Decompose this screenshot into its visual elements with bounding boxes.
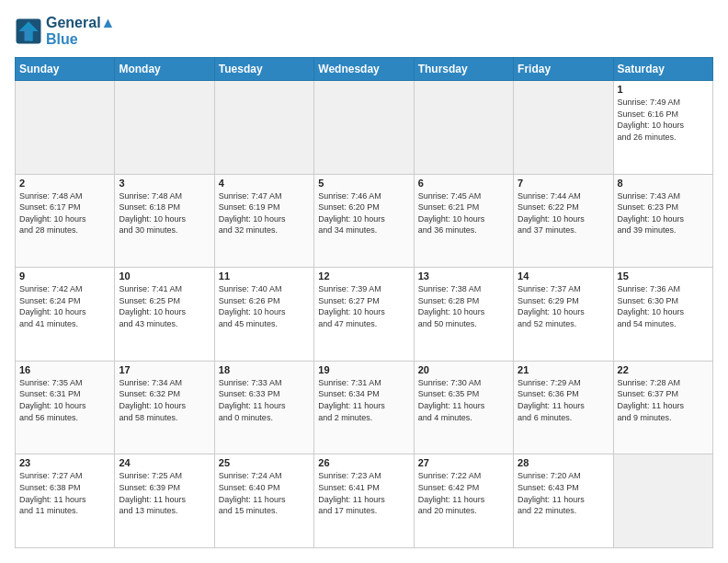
- day-number: 19: [318, 364, 409, 375]
- calendar-day-cell: 17Sunrise: 7:34 AM Sunset: 6:32 PM Dayli…: [115, 361, 214, 454]
- day-info: Sunrise: 7:38 AM Sunset: 6:28 PM Dayligh…: [418, 283, 509, 329]
- calendar-day-cell: 7Sunrise: 7:44 AM Sunset: 6:22 PM Daylig…: [514, 174, 613, 268]
- day-number: 28: [518, 457, 609, 468]
- calendar-day-cell: 16Sunrise: 7:35 AM Sunset: 6:31 PM Dayli…: [16, 361, 115, 454]
- day-number: 2: [19, 178, 110, 189]
- calendar-day-cell: [613, 454, 712, 548]
- calendar-day-cell: 5Sunrise: 7:46 AM Sunset: 6:20 PM Daylig…: [314, 174, 414, 268]
- weekday-header-cell: Saturday: [613, 58, 712, 81]
- calendar-day-cell: 11Sunrise: 7:40 AM Sunset: 6:26 PM Dayli…: [214, 268, 313, 362]
- day-number: 10: [119, 270, 210, 282]
- calendar-day-cell: 13Sunrise: 7:38 AM Sunset: 6:28 PM Dayli…: [414, 268, 513, 362]
- calendar-week-row: 16Sunrise: 7:35 AM Sunset: 6:31 PM Dayli…: [16, 361, 713, 454]
- weekday-header-row: SundayMondayTuesdayWednesdayThursdayFrid…: [16, 58, 713, 81]
- day-number: 27: [418, 457, 509, 468]
- calendar-day-cell: 2Sunrise: 7:48 AM Sunset: 6:17 PM Daylig…: [16, 174, 115, 268]
- header: General▲ Blue: [15, 15, 713, 48]
- calendar-day-cell: 8Sunrise: 7:43 AM Sunset: 6:23 PM Daylig…: [613, 174, 712, 268]
- day-number: 9: [19, 270, 110, 282]
- day-info: Sunrise: 7:25 AM Sunset: 6:39 PM Dayligh…: [119, 470, 210, 516]
- calendar-day-cell: 10Sunrise: 7:41 AM Sunset: 6:25 PM Dayli…: [115, 268, 214, 362]
- calendar-day-cell: [16, 81, 115, 175]
- day-info: Sunrise: 7:27 AM Sunset: 6:38 PM Dayligh…: [19, 470, 110, 516]
- day-number: 25: [219, 457, 310, 468]
- calendar-day-cell: 23Sunrise: 7:27 AM Sunset: 6:38 PM Dayli…: [16, 454, 115, 548]
- day-number: 13: [418, 270, 509, 282]
- day-number: 14: [518, 270, 609, 282]
- day-info: Sunrise: 7:31 AM Sunset: 6:34 PM Dayligh…: [318, 377, 409, 423]
- calendar-day-cell: 12Sunrise: 7:39 AM Sunset: 6:27 PM Dayli…: [314, 268, 414, 362]
- calendar-week-row: 9Sunrise: 7:42 AM Sunset: 6:24 PM Daylig…: [16, 268, 713, 362]
- calendar-day-cell: 18Sunrise: 7:33 AM Sunset: 6:33 PM Dayli…: [214, 361, 313, 454]
- day-number: 12: [318, 270, 409, 282]
- logo-icon: [15, 17, 42, 45]
- day-info: Sunrise: 7:24 AM Sunset: 6:40 PM Dayligh…: [219, 470, 310, 516]
- day-number: 7: [518, 178, 609, 189]
- day-info: Sunrise: 7:29 AM Sunset: 6:36 PM Dayligh…: [518, 377, 609, 423]
- calendar-day-cell: 28Sunrise: 7:20 AM Sunset: 6:43 PM Dayli…: [514, 454, 613, 548]
- day-number: 22: [618, 364, 709, 375]
- day-number: 16: [19, 364, 110, 375]
- calendar-day-cell: 4Sunrise: 7:47 AM Sunset: 6:19 PM Daylig…: [214, 174, 313, 268]
- calendar-day-cell: 24Sunrise: 7:25 AM Sunset: 6:39 PM Dayli…: [115, 454, 214, 548]
- day-info: Sunrise: 7:36 AM Sunset: 6:30 PM Dayligh…: [618, 283, 709, 329]
- day-info: Sunrise: 7:39 AM Sunset: 6:27 PM Dayligh…: [318, 283, 409, 329]
- calendar-day-cell: 6Sunrise: 7:45 AM Sunset: 6:21 PM Daylig…: [414, 174, 513, 268]
- day-info: Sunrise: 7:34 AM Sunset: 6:32 PM Dayligh…: [119, 377, 210, 423]
- day-info: Sunrise: 7:20 AM Sunset: 6:43 PM Dayligh…: [518, 470, 609, 516]
- day-number: 24: [119, 457, 210, 468]
- weekday-header-cell: Wednesday: [314, 58, 414, 81]
- day-info: Sunrise: 7:44 AM Sunset: 6:22 PM Dayligh…: [518, 190, 609, 236]
- day-info: Sunrise: 7:46 AM Sunset: 6:20 PM Dayligh…: [318, 190, 409, 236]
- calendar-day-cell: [214, 81, 313, 175]
- day-info: Sunrise: 7:45 AM Sunset: 6:21 PM Dayligh…: [418, 190, 509, 236]
- day-info: Sunrise: 7:37 AM Sunset: 6:29 PM Dayligh…: [518, 283, 609, 329]
- day-info: Sunrise: 7:35 AM Sunset: 6:31 PM Dayligh…: [19, 377, 110, 423]
- day-info: Sunrise: 7:33 AM Sunset: 6:33 PM Dayligh…: [219, 377, 310, 423]
- day-number: 1: [618, 84, 709, 95]
- calendar-day-cell: [414, 81, 513, 175]
- day-info: Sunrise: 7:22 AM Sunset: 6:42 PM Dayligh…: [418, 470, 509, 516]
- day-number: 21: [518, 364, 609, 375]
- day-number: 26: [318, 457, 409, 468]
- day-number: 8: [618, 178, 709, 189]
- calendar-day-cell: 19Sunrise: 7:31 AM Sunset: 6:34 PM Dayli…: [314, 361, 414, 454]
- calendar-week-row: 2Sunrise: 7:48 AM Sunset: 6:17 PM Daylig…: [16, 174, 713, 268]
- day-info: Sunrise: 7:41 AM Sunset: 6:25 PM Dayligh…: [119, 283, 210, 329]
- calendar-week-row: 23Sunrise: 7:27 AM Sunset: 6:38 PM Dayli…: [16, 454, 713, 548]
- page: General▲ Blue SundayMondayTuesdayWednesd…: [0, 0, 728, 563]
- calendar-table: SundayMondayTuesdayWednesdayThursdayFrid…: [15, 57, 713, 548]
- calendar-day-cell: 22Sunrise: 7:28 AM Sunset: 6:37 PM Dayli…: [613, 361, 712, 454]
- day-number: 17: [119, 364, 210, 375]
- weekday-header-cell: Monday: [115, 58, 214, 81]
- calendar-day-cell: 26Sunrise: 7:23 AM Sunset: 6:41 PM Dayli…: [314, 454, 414, 548]
- day-info: Sunrise: 7:23 AM Sunset: 6:41 PM Dayligh…: [318, 470, 409, 516]
- day-info: Sunrise: 7:43 AM Sunset: 6:23 PM Dayligh…: [618, 190, 709, 236]
- day-number: 6: [418, 178, 509, 189]
- calendar-day-cell: 14Sunrise: 7:37 AM Sunset: 6:29 PM Dayli…: [514, 268, 613, 362]
- calendar-day-cell: [314, 81, 414, 175]
- day-number: 3: [119, 178, 210, 189]
- day-info: Sunrise: 7:42 AM Sunset: 6:24 PM Dayligh…: [19, 283, 110, 329]
- calendar-day-cell: [115, 81, 214, 175]
- calendar-day-cell: 20Sunrise: 7:30 AM Sunset: 6:35 PM Dayli…: [414, 361, 513, 454]
- day-info: Sunrise: 7:49 AM Sunset: 6:16 PM Dayligh…: [618, 97, 709, 143]
- day-number: 11: [219, 270, 310, 282]
- logo: General▲ Blue: [15, 15, 115, 48]
- calendar-day-cell: 21Sunrise: 7:29 AM Sunset: 6:36 PM Dayli…: [514, 361, 613, 454]
- day-number: 15: [618, 270, 709, 282]
- calendar-day-cell: [514, 81, 613, 175]
- calendar-day-cell: 1Sunrise: 7:49 AM Sunset: 6:16 PM Daylig…: [613, 81, 712, 175]
- day-info: Sunrise: 7:30 AM Sunset: 6:35 PM Dayligh…: [418, 377, 509, 423]
- day-number: 20: [418, 364, 509, 375]
- day-number: 5: [318, 178, 409, 189]
- weekday-header-cell: Sunday: [16, 58, 115, 81]
- calendar-day-cell: 25Sunrise: 7:24 AM Sunset: 6:40 PM Dayli…: [214, 454, 313, 548]
- day-info: Sunrise: 7:47 AM Sunset: 6:19 PM Dayligh…: [219, 190, 310, 236]
- day-info: Sunrise: 7:48 AM Sunset: 6:17 PM Dayligh…: [19, 190, 110, 236]
- calendar-day-cell: 3Sunrise: 7:48 AM Sunset: 6:18 PM Daylig…: [115, 174, 214, 268]
- weekday-header-cell: Friday: [514, 58, 613, 81]
- weekday-header-cell: Tuesday: [214, 58, 313, 81]
- calendar-week-row: 1Sunrise: 7:49 AM Sunset: 6:16 PM Daylig…: [16, 81, 713, 175]
- day-number: 23: [19, 457, 110, 468]
